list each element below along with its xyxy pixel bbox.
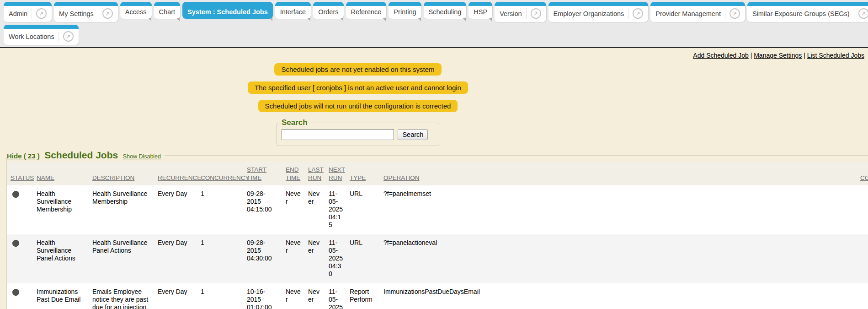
tab-reference[interactable]: Reference	[346, 2, 387, 19]
cell-last-run: Never	[304, 283, 325, 309]
tab-system-scheduled-jobs[interactable]: System : Scheduled Jobs	[182, 2, 273, 19]
col-header-operation: OPERATION	[380, 162, 857, 185]
external-link-icon: ↗	[36, 8, 47, 19]
scheduled-jobs-panel: Hide ( 23 ) Scheduled Jobs Show Disabled…	[6, 150, 868, 309]
tab-admin[interactable]: Admin↗	[4, 2, 52, 22]
tab-my-settings[interactable]: My Settings↗	[54, 2, 118, 22]
tab-chart[interactable]: Chart	[154, 2, 180, 19]
tab-access[interactable]: Access	[120, 2, 152, 19]
col-header-next-run: NEXT RUN	[325, 162, 346, 185]
tab-interface[interactable]: Interface	[275, 2, 311, 19]
cell-next-run: 11-05-2025 04:30	[325, 234, 346, 283]
cell-end-time: Never	[282, 185, 304, 234]
cell-name: Health Surveillance Panel Actions	[33, 234, 89, 283]
sort-name-link[interactable]: NAME	[37, 174, 54, 181]
job-row[interactable]: Health Surveillance MembershipHealth Sur…	[7, 185, 868, 234]
col-header-last-run: LAST RUN	[304, 162, 325, 185]
external-link-icon: ↗	[633, 8, 643, 19]
job-row[interactable]: Health Surveillance Panel ActionsHealth …	[7, 234, 868, 283]
tab-label: System : Scheduled Jobs	[187, 8, 268, 16]
search-panel: Search Search	[277, 118, 439, 146]
sort-end-time-link[interactable]: END TIME	[286, 166, 300, 181]
col-header-cgi: CGI	[857, 162, 868, 185]
tab-provider-management[interactable]: Provider Management↗	[650, 2, 745, 22]
search-button[interactable]: Search	[398, 129, 428, 140]
content-area: Add Scheduled Job | Manage Settings | Li…	[0, 48, 868, 309]
tab-bar: Admin↗My Settings↗AccessChartSystem : Sc…	[0, 0, 868, 48]
cell-description: Emails Employee notice they are past due…	[89, 283, 154, 309]
sort-operation-link[interactable]: OPERATION	[383, 174, 420, 181]
tab-scheduling[interactable]: Scheduling	[424, 2, 467, 19]
job-row[interactable]: Immunizations Past Due EmailEmails Emplo…	[7, 283, 868, 309]
open-in-new-window-button[interactable]: ↗	[59, 31, 74, 42]
cell-concurrency: 1	[197, 283, 243, 309]
sort-concurrency-link[interactable]: CONCURRENCY	[201, 174, 250, 181]
tab-label: HSP	[474, 8, 487, 16]
cell-next-run: 11-05-2025	[325, 283, 346, 309]
tab-orders[interactable]: Orders	[313, 2, 343, 19]
tab-similar-exposure-groups-segs[interactable]: Similar Exposure Groups (SEGs)↗	[747, 2, 868, 22]
sort-next-run-link[interactable]: NEXT RUN	[329, 166, 345, 181]
scheduled-jobs-title: Scheduled Jobs	[44, 150, 118, 160]
tab-row-1: Admin↗My Settings↗AccessChartSystem : Sc…	[4, 2, 864, 22]
alert-banner: Scheduled jobs will not run until the co…	[258, 100, 458, 112]
sort-status-link[interactable]: STATUS	[11, 174, 34, 181]
hide-count-link[interactable]: Hide ( 23 )	[7, 152, 40, 160]
tab-row-2: Work Locations↗	[4, 25, 864, 45]
tab-label: Version	[500, 10, 522, 17]
open-in-new-window-button[interactable]: ↗	[725, 8, 740, 19]
cell-concurrency: 1	[197, 185, 243, 234]
external-link-icon: ↗	[531, 8, 541, 19]
col-header-end-time: END TIME	[282, 162, 304, 185]
tab-label: Reference	[351, 8, 382, 16]
open-in-new-window-button[interactable]: ↗	[526, 8, 541, 19]
scheduled-jobs-legend: Hide ( 23 ) Scheduled Jobs Show Disabled	[7, 150, 165, 161]
status-cell	[7, 283, 33, 309]
alert-banner: Scheduled jobs are not yet enabled on th…	[274, 63, 441, 76]
col-header-type: TYPE	[346, 162, 380, 185]
sort-cgi-link[interactable]: CGI	[860, 174, 868, 181]
table-header-row: STATUSNAMEDESCRIPTIONRECURRENCECONCURREN…	[7, 162, 868, 185]
open-in-new-window-button[interactable]: ↗	[854, 8, 868, 19]
cell-end-time: Never	[282, 283, 304, 309]
show-disabled-link[interactable]: Show Disabled	[123, 153, 161, 160]
tab-printing[interactable]: Printing	[389, 2, 421, 19]
jobs-table: STATUSNAMEDESCRIPTIONRECURRENCECONCURREN…	[7, 162, 868, 309]
sort-type-link[interactable]: TYPE	[350, 174, 366, 181]
cell-last-run: Never	[304, 185, 325, 234]
tab-label: Interface	[280, 8, 306, 16]
add-scheduled-job-link[interactable]: Add Scheduled Job	[693, 52, 748, 59]
sort-description-link[interactable]: DESCRIPTION	[92, 174, 134, 181]
cell-operation: ImmunizationsPastDueDaysEmail	[380, 283, 857, 309]
sort-start-time-link[interactable]: START TIME	[247, 166, 266, 181]
tab-label: Access	[125, 8, 147, 16]
cell-name: Health Surveillance Membership	[33, 185, 89, 234]
cell-next-run: 11-05-2025 04:15	[325, 185, 346, 234]
open-in-new-window-button[interactable]: ↗	[32, 8, 47, 19]
sort-recurrence-link[interactable]: RECURRENCE	[158, 174, 201, 181]
tab-hsp[interactable]: HSP	[469, 2, 492, 19]
tab-label: My Settings	[59, 10, 94, 17]
cell-end-time: Never	[282, 234, 304, 283]
tab-work-locations[interactable]: Work Locations↗	[4, 25, 79, 45]
tab-employer-organizations[interactable]: Employer Organizations↗	[548, 2, 649, 22]
center-column: Scheduled jobs are not yet enabled on th…	[0, 63, 716, 146]
cell-type: URL	[346, 234, 380, 283]
status-dot-icon	[12, 289, 19, 296]
cell-start-time: 09-28-2015 04:30:00	[243, 234, 282, 283]
cell-operation: ?f=panelactioneval	[380, 234, 857, 283]
open-in-new-window-button[interactable]: ↗	[98, 8, 113, 19]
col-header-concurrency: CONCURRENCY	[197, 162, 243, 185]
tab-label: Scheduling	[429, 8, 462, 16]
tab-label: Chart	[159, 8, 175, 16]
status-cell	[7, 185, 33, 234]
external-link-icon: ↗	[102, 8, 113, 19]
open-in-new-window-button[interactable]: ↗	[628, 8, 643, 19]
list-scheduled-jobs-link[interactable]: List Scheduled Jobs	[807, 52, 864, 59]
search-input[interactable]	[282, 129, 394, 140]
alerts-container: Scheduled jobs are not yet enabled on th…	[0, 63, 716, 112]
col-header-name: NAME	[33, 162, 89, 185]
manage-settings-link[interactable]: Manage Settings	[754, 52, 802, 59]
tab-version[interactable]: Version↗	[495, 2, 546, 22]
sort-last-run-link[interactable]: LAST RUN	[308, 166, 324, 181]
